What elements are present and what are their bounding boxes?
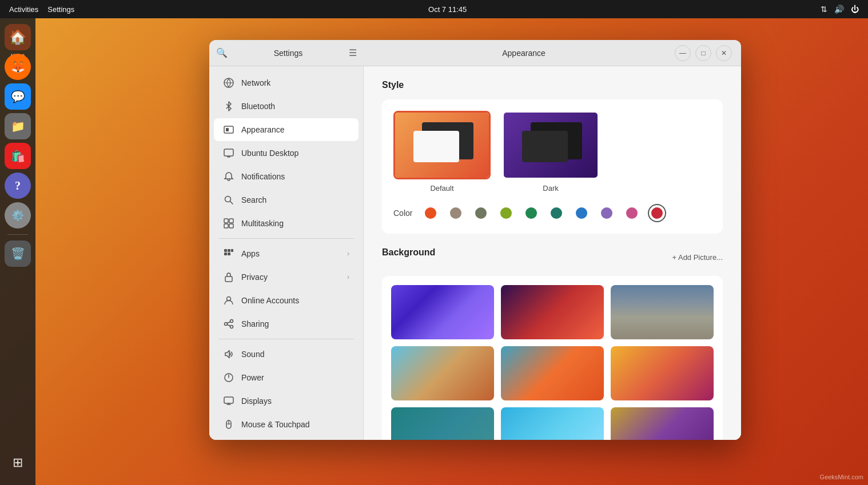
color-orange[interactable] bbox=[421, 204, 440, 222]
sidebar-multitasking-label: Multitasking bbox=[241, 219, 349, 228]
color-tan-inner bbox=[450, 207, 461, 219]
wallpaper-5[interactable] bbox=[501, 346, 604, 400]
color-tan[interactable] bbox=[447, 204, 465, 222]
color-red[interactable] bbox=[648, 204, 666, 222]
help-icon: ? bbox=[15, 179, 21, 193]
color-green-inner bbox=[500, 207, 512, 219]
dock-separator bbox=[7, 234, 28, 235]
maximize-button[interactable]: □ bbox=[695, 45, 711, 61]
sidebar-item-multitasking[interactable]: Multitasking bbox=[214, 212, 359, 235]
color-row: Color bbox=[393, 204, 711, 222]
dock-item-files[interactable]: 📁 bbox=[5, 113, 31, 139]
appgrid-icon: ⊞ bbox=[13, 455, 23, 470]
dock-item-help[interactable]: ? bbox=[5, 173, 31, 199]
sidebar-item-sound[interactable]: Sound bbox=[214, 343, 359, 366]
svg-rect-12 bbox=[231, 249, 233, 252]
sidebar-item-appearance[interactable]: Appearance bbox=[214, 118, 359, 141]
sidebar-separator-1 bbox=[218, 238, 354, 239]
dock-item-home[interactable]: 🏠 Home bbox=[5, 24, 31, 50]
window-front-dark bbox=[522, 131, 568, 162]
privacy-icon bbox=[223, 271, 234, 283]
sidebar-item-power[interactable]: Power bbox=[214, 366, 359, 389]
svg-rect-8 bbox=[224, 224, 228, 228]
color-blue[interactable] bbox=[572, 204, 591, 222]
topbar-right: ⇅ 🔊 ⏻ bbox=[821, 5, 859, 14]
home-icon: 🏠 bbox=[9, 29, 26, 45]
add-picture-button[interactable]: + Add Picture... bbox=[672, 253, 723, 262]
sidebar-item-bluetooth[interactable]: Bluetooth bbox=[214, 95, 359, 118]
color-dark-teal[interactable] bbox=[547, 204, 566, 222]
sidebar-sharing-label: Sharing bbox=[241, 319, 349, 328]
sidebar-item-search[interactable]: Search bbox=[214, 189, 359, 211]
sidebar-online-accounts-label: Online Accounts bbox=[241, 296, 349, 305]
sidebar-apps-label: Apps bbox=[241, 249, 340, 258]
close-button[interactable]: ✕ bbox=[716, 45, 732, 61]
activities-label[interactable]: Activities bbox=[9, 5, 38, 14]
sidebar-item-sharing[interactable]: Sharing bbox=[214, 312, 359, 335]
dock-item-chat[interactable]: 💬 bbox=[5, 83, 31, 110]
style-option-default[interactable]: Default bbox=[393, 111, 491, 193]
color-teal[interactable] bbox=[522, 204, 540, 222]
color-purple[interactable] bbox=[598, 204, 616, 222]
wallpaper-8[interactable] bbox=[501, 407, 604, 440]
window-body: Network Bluetooth Appearance bbox=[209, 66, 741, 440]
sidebar-mouse-touchpad-label: Mouse & Touchpad bbox=[241, 420, 349, 429]
notifications-icon bbox=[223, 171, 234, 182]
svg-rect-9 bbox=[229, 224, 233, 228]
wallpaper-3[interactable] bbox=[611, 285, 714, 339]
minimize-button[interactable]: — bbox=[675, 45, 691, 61]
sidebar-item-online-accounts[interactable]: Online Accounts bbox=[214, 289, 359, 312]
style-option-dark[interactable]: Dark bbox=[502, 111, 599, 193]
sidebar-item-notifications[interactable]: Notifications bbox=[214, 165, 359, 188]
style-default-label: Default bbox=[430, 184, 453, 193]
files-icon: 📁 bbox=[11, 119, 25, 133]
color-olive[interactable] bbox=[472, 204, 490, 222]
sidebar-bluetooth-label: Bluetooth bbox=[241, 102, 349, 111]
wallpaper-9[interactable] bbox=[611, 407, 714, 440]
sidebar-appearance-label: Appearance bbox=[241, 125, 349, 134]
settings-label[interactable]: Settings bbox=[47, 5, 74, 14]
dock-item-settings[interactable]: ⚙️ bbox=[5, 202, 31, 229]
window-mock-dark bbox=[519, 122, 582, 168]
svg-rect-2 bbox=[226, 128, 229, 131]
appearance-icon bbox=[223, 124, 234, 135]
sidebar-item-ubuntu-desktop[interactable]: Ubuntu Desktop bbox=[214, 142, 359, 165]
sidebar-item-privacy[interactable]: Privacy › bbox=[214, 266, 359, 288]
sidebar-item-displays[interactable]: Displays bbox=[214, 390, 359, 412]
dock-bottom: ⊞ bbox=[5, 450, 31, 476]
search-icon[interactable]: 🔍 bbox=[216, 47, 228, 58]
wallpaper-4[interactable] bbox=[391, 346, 494, 400]
sidebar-item-network[interactable]: Network bbox=[214, 71, 359, 94]
wallpaper-6[interactable] bbox=[611, 346, 714, 400]
background-section-title: Background bbox=[382, 247, 435, 258]
topbar-datetime: Oct 7 11:45 bbox=[428, 5, 467, 14]
sidebar-item-apps[interactable]: Apps › bbox=[214, 242, 359, 265]
svg-rect-15 bbox=[225, 276, 232, 282]
color-green[interactable] bbox=[497, 204, 515, 222]
dock-item-appstore[interactable]: 🛍️ bbox=[5, 143, 31, 169]
privacy-arrow-icon: › bbox=[347, 273, 349, 281]
sidebar-item-mouse-touchpad[interactable]: Mouse & Touchpad bbox=[214, 413, 359, 436]
dock-item-trash[interactable]: 🗑️ bbox=[5, 241, 31, 267]
color-olive-inner bbox=[475, 207, 487, 219]
menu-icon[interactable]: ☰ bbox=[349, 47, 357, 58]
wallpaper-7[interactable] bbox=[391, 407, 494, 440]
color-pink[interactable] bbox=[623, 204, 641, 222]
style-section-title: Style bbox=[382, 80, 723, 90]
wallpaper-1[interactable] bbox=[391, 285, 494, 339]
settings-window: 🔍 Settings ☰ Appearance — □ ✕ Network bbox=[209, 40, 741, 440]
ubuntu-desktop-icon bbox=[223, 147, 234, 159]
network-icon bbox=[223, 77, 234, 89]
topbar-left: Activities Settings bbox=[9, 5, 74, 14]
sidebar-power-label: Power bbox=[241, 373, 349, 382]
wallpaper-2[interactable] bbox=[501, 285, 604, 339]
bluetooth-icon bbox=[223, 101, 234, 112]
appstore-icon: 🛍️ bbox=[11, 149, 25, 163]
dock-item-firefox[interactable]: 🦊 bbox=[5, 54, 31, 80]
settings-icon: ⚙️ bbox=[11, 209, 24, 222]
svg-rect-3 bbox=[224, 149, 233, 156]
sharing-icon bbox=[223, 318, 234, 330]
style-preview-dark bbox=[502, 111, 599, 179]
online-accounts-icon bbox=[223, 295, 234, 306]
dock-item-appgrid[interactable]: ⊞ bbox=[5, 450, 31, 476]
